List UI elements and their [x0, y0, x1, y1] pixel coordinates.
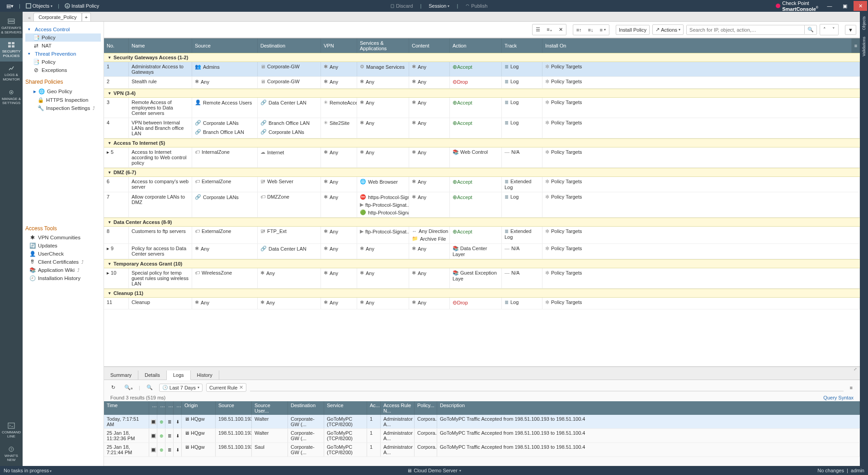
lc-source[interactable]: Source — [216, 401, 252, 415]
log-query-input[interactable] — [250, 384, 843, 391]
tree-https-inspection[interactable]: 🔒HTTPS Inspection — [25, 96, 101, 104]
session-menu[interactable]: Session — [426, 2, 452, 10]
lc-i4[interactable]: … — [174, 401, 182, 415]
tree-nat[interactable]: ⇄NAT — [25, 42, 101, 50]
toolbar-install-policy[interactable]: Install Policy — [616, 25, 650, 35]
tasks-indicator[interactable]: No tasks in progress — [4, 468, 52, 473]
lc-desc[interactable]: Description — [437, 401, 860, 415]
tree-usercheck[interactable]: 👤UserCheck — [25, 250, 101, 258]
tree-tp-policy[interactable]: 📑Policy — [25, 58, 101, 66]
lc-service[interactable]: Service — [324, 401, 367, 415]
col-installon[interactable]: Install On — [542, 38, 852, 53]
col-track[interactable]: Track — [502, 38, 542, 53]
tree-exceptions[interactable]: ⊘Exceptions — [25, 66, 101, 74]
nav-command-line[interactable]: COMMAND LINE — [0, 419, 23, 442]
close-button[interactable]: ✕ — [854, 1, 867, 11]
rule-row[interactable]: 3Remote Access of employees to Data Cent… — [104, 98, 860, 118]
log-row[interactable]: 25 Jan 18, 11:32:36 PM🔳⊕≣⬇🖥 HQgw198.51.1… — [104, 429, 860, 443]
col-source[interactable]: Source — [192, 38, 258, 53]
tree-threat-prevention[interactable]: Threat Prevention — [25, 50, 101, 58]
minimize-button[interactable]: — — [823, 1, 836, 11]
discard-button[interactable]: Discard — [387, 2, 415, 10]
rule-row[interactable]: ▸ 9Policy for access to Data Center serv… — [104, 244, 860, 259]
lc-origin[interactable]: Origin — [182, 401, 216, 415]
col-action[interactable]: Action — [450, 38, 502, 53]
tree-application-wiki[interactable]: 📚Application Wiki ⤴ — [25, 266, 101, 274]
user-indicator[interactable]: admin — [851, 468, 864, 473]
tree-access-control[interactable]: Access Control — [25, 25, 101, 33]
rule-row[interactable]: ▸ 5Access to Internet according to Web c… — [104, 147, 860, 168]
lc-time[interactable]: Time — [104, 401, 149, 415]
auto-refresh-icon[interactable]: 🔍ₐ — [122, 383, 135, 392]
nav-logs-monitor[interactable]: LOGS & MONITOR — [0, 62, 23, 85]
grid-menu-icon[interactable]: ≡ — [852, 38, 860, 53]
col-content[interactable]: Content — [409, 38, 450, 53]
section-header[interactable]: Cleanup (11) — [104, 289, 860, 298]
tree-client-certificates[interactable]: 🎖Client Certificates ⤴ — [25, 258, 101, 266]
lc-i1[interactable]: … — [149, 401, 157, 415]
lc-pol[interactable]: Policy... — [415, 401, 437, 415]
col-destination[interactable]: Destination — [258, 38, 321, 53]
tree-installation-history[interactable]: 🕘Installation History — [25, 274, 101, 282]
btab-details[interactable]: Details — [138, 370, 167, 380]
objects-menu[interactable]: Objects — [23, 2, 55, 10]
maximize-button[interactable]: ▣ — [838, 1, 852, 11]
tab-corporate-policy[interactable]: Corporate_Policy — [33, 13, 81, 21]
section-header[interactable]: Temporary Access Grant (10) — [104, 259, 860, 268]
nav-down-icon[interactable]: ˅ — [830, 25, 838, 34]
filter-icon[interactable]: ▼ — [845, 25, 856, 35]
col-vpn[interactable]: VPN — [321, 38, 357, 53]
btab-history[interactable]: History — [191, 370, 219, 380]
rule-row[interactable]: 11Cleanup✱ Any✱ Any✱ Any✱ Any✱ AnyDropLo… — [104, 298, 860, 309]
rule-row[interactable]: 8Customers to ftp servers🏷 ExternalZone🖳… — [104, 227, 860, 244]
rule-row[interactable]: 4VPN between Internal LANs and Branch of… — [104, 118, 860, 138]
tree-geo-policy[interactable]: ▸ 🌐Geo Policy — [25, 87, 101, 96]
rule-row[interactable]: ▸ 10Special policy for temp guest rules … — [104, 268, 860, 289]
nav-manage-settings[interactable]: MANAGE & SETTINGS — [0, 86, 23, 109]
publish-button[interactable]: Publish — [462, 2, 490, 10]
rule-row[interactable]: 1Administrator Access to Gateways👥 Admin… — [104, 62, 860, 77]
log-search-icon[interactable]: 🔍 — [144, 383, 156, 392]
nav-up-icon[interactable]: ˄ — [821, 25, 829, 34]
tb-add-above-icon[interactable]: ≡₊ — [544, 25, 555, 34]
section-header[interactable]: VPN (3-4) — [104, 89, 860, 98]
log-row[interactable]: 25 Jan 18, 7:21:44 PM🔳⊕≣⬇🖥 HQgw198.51.10… — [104, 443, 860, 457]
tree-vpn-communities[interactable]: ✱VPN Communities — [25, 233, 101, 242]
tb-more-icon[interactable]: ≡ — [597, 25, 608, 34]
toolbar-actions[interactable]: ↗ Actions — [652, 24, 684, 35]
col-no[interactable]: No. — [104, 38, 129, 53]
section-header[interactable]: Security Gateways Access (1-2) — [104, 53, 860, 62]
new-tab-button[interactable]: + — [82, 13, 91, 21]
btab-logs[interactable]: Logs — [167, 370, 191, 380]
rule-row[interactable]: 2Stealth rule✱ Any🖥 Corporate-GW✱ Any✱ A… — [104, 77, 860, 89]
app-menu[interactable]: ▤▾ — [4, 2, 16, 10]
time-range[interactable]: Last 7 Days — [159, 384, 203, 392]
btab-summary[interactable]: Summary — [104, 370, 138, 380]
rule-row[interactable]: 6Access to company's web server🏷 Externa… — [104, 177, 860, 192]
tree-updates[interactable]: 🔄Updates — [25, 242, 101, 250]
tree-inspection-settings[interactable]: 🔧Inspection Settings ⤴ — [25, 104, 101, 112]
rbar-objects[interactable]: Objects — [862, 16, 866, 30]
policy-search-input[interactable] — [687, 25, 804, 34]
tb-list-icon[interactable]: ☰ — [533, 25, 543, 34]
bottom-expand-icon[interactable]: ⤢ — [854, 367, 857, 370]
log-row[interactable]: Today, 7:17:51 AM🔳⊕≣⬇🖥 HQgw198.51.100.19… — [104, 415, 860, 429]
current-rule-chip[interactable]: Current Rule ✕ — [206, 383, 246, 392]
nav-gateways[interactable]: GATEWAYS & SERVERS — [0, 14, 23, 38]
tb-move-down-icon[interactable]: ≡↓ — [585, 25, 596, 34]
lc-dest[interactable]: Destination — [288, 401, 324, 415]
tb-delete-icon[interactable]: ✕ — [556, 25, 566, 34]
nav-security-policies[interactable]: SECURITY POLICIES — [0, 38, 23, 62]
refresh-icon[interactable]: ↻ — [108, 383, 118, 392]
lc-arn[interactable]: Access Rule N... — [381, 401, 415, 415]
query-syntax-link[interactable]: Query Syntax — [823, 395, 854, 400]
search-icon[interactable]: 🔍 — [804, 25, 816, 34]
nav-whats-new[interactable]: ?WHAT'S NEW — [0, 442, 23, 466]
tree-policy[interactable]: 📑Policy — [25, 33, 101, 42]
section-header[interactable]: Data Center Access (8-9) — [104, 218, 860, 227]
log-menu-icon[interactable]: ≡ — [847, 383, 855, 392]
tb-move-up-icon[interactable]: ≡↑ — [574, 25, 585, 34]
collapse-side-icon[interactable]: « — [25, 15, 33, 21]
rule-row[interactable]: 7Allow corporate LANs to DMZ🔗 Corporate … — [104, 192, 860, 218]
install-policy-top[interactable]: Install Policy — [62, 2, 102, 10]
